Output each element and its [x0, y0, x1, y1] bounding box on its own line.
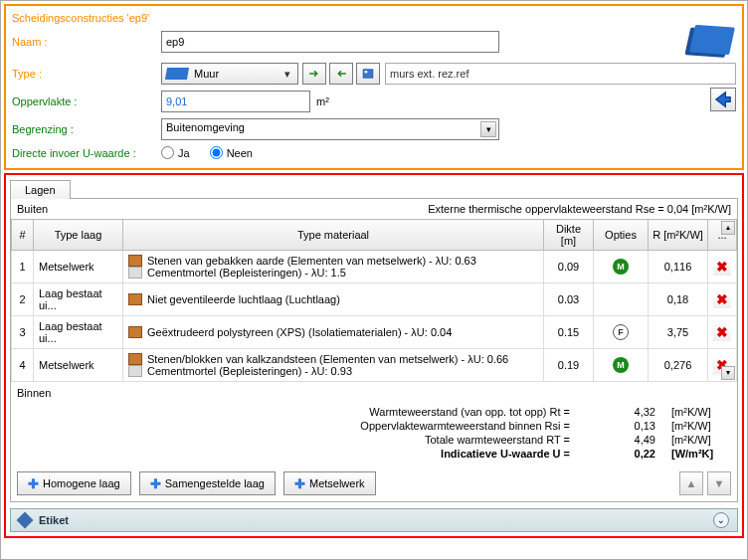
table-row[interactable]: 3 Laag bestaat ui... Geëxtrudeerd polyst…	[12, 316, 737, 349]
summary-value: 0,13	[586, 420, 655, 432]
chevron-down-icon: ▾	[280, 68, 295, 81]
material-text: Cementmortel (Bepleisteringen) - λU: 0.9…	[147, 365, 352, 377]
chevron-down-icon: ▾	[480, 121, 496, 137]
tab-lagen[interactable]: Lagen	[10, 180, 71, 199]
row-delete: ✖	[708, 283, 737, 316]
type-combo[interactable]: Muur ▾	[161, 63, 298, 85]
row-num: 1	[12, 251, 34, 283]
row-dikte: 0.19	[544, 349, 594, 382]
row-num: 4	[12, 349, 34, 382]
type-value: Muur	[194, 68, 219, 80]
close-icon: ✖	[716, 291, 728, 307]
etiket-label: Etiket	[39, 514, 69, 526]
row-opties: M	[594, 251, 649, 283]
row-material: Stenen van gebakken aarde (Elementen van…	[123, 251, 544, 283]
oppervlakte-label: Oppervlakte :	[12, 95, 161, 107]
material-icon	[128, 326, 142, 338]
move-down-button[interactable]: ▼	[707, 471, 731, 495]
row-dikte: 0.09	[544, 251, 594, 283]
row-opties: M	[594, 349, 649, 382]
close-icon: ✖	[716, 259, 728, 275]
ref-display: murs ext. rez.ref	[385, 63, 736, 85]
oppervlakte-input[interactable]	[161, 91, 310, 112]
begrenzing-value: Buitenomgeving	[166, 121, 245, 133]
delete-button[interactable]: ✖	[713, 258, 731, 276]
metselwerk-button[interactable]: ✚Metselwerk	[283, 471, 376, 495]
row-type: Metselwerk	[34, 349, 123, 382]
row-r: 3,75	[649, 316, 708, 349]
summary-label: Warmteweerstand (van opp. tot opp) Rt =	[360, 406, 570, 418]
col-type-laag[interactable]: Type laag	[34, 220, 123, 251]
svg-rect-0	[363, 70, 373, 78]
move-up-button[interactable]: ▲	[679, 471, 703, 495]
table-row[interactable]: 1 Metselwerk Stenen van gebakken aarde (…	[12, 251, 737, 283]
row-material: Geëxtrudeerd polystyreen (XPS) (Isolatie…	[123, 316, 544, 349]
summary-value: 0,22	[586, 448, 655, 460]
radio-neen[interactable]: Neen	[210, 146, 253, 159]
row-r: 0,276	[649, 349, 708, 382]
summary-label: Totale warmteweerstand RT =	[360, 434, 570, 446]
option-m-badge: M	[613, 357, 629, 373]
row-num: 2	[12, 283, 34, 316]
name-input[interactable]	[161, 31, 499, 53]
buiten-label: Buiten	[17, 203, 48, 215]
header-panel: Scheidingsconstructies 'ep9' Naam : Type…	[4, 4, 744, 170]
type-label: Type :	[12, 68, 161, 80]
library-button[interactable]	[356, 63, 380, 85]
summary-value: 4,32	[586, 406, 655, 418]
material-text: Cementmortel (Bepleisteringen) - λU: 1.5	[147, 267, 346, 279]
delete-button[interactable]: ✖	[713, 323, 731, 341]
close-icon: ✖	[716, 324, 728, 340]
col-num[interactable]: #	[12, 220, 34, 251]
row-dikte: 0.03	[544, 283, 594, 316]
plus-icon: ✚	[294, 476, 305, 491]
scroll-down-icon[interactable]: ▾	[721, 366, 735, 380]
layers-panel: Lagen Buiten Externe thermische oppervla…	[4, 173, 744, 538]
row-opties: F	[594, 316, 649, 349]
etiket-bar[interactable]: Etiket ⌄	[10, 508, 738, 532]
row-material: Niet geventileerde luchtlaag (Luchtlaag)	[123, 283, 544, 316]
row-material: Stenen/blokken van kalkzandsteen (Elemen…	[123, 349, 544, 382]
table-row[interactable]: 4 Metselwerk Stenen/blokken van kalkzand…	[12, 349, 737, 382]
col-r[interactable]: R [m²K/W]	[649, 220, 708, 251]
row-delete: ✖	[708, 251, 737, 283]
back-button[interactable]	[710, 88, 736, 111]
material-icon	[128, 365, 142, 377]
material-icon	[128, 267, 142, 279]
scroll-up-icon[interactable]: ▴	[721, 221, 735, 235]
option-m-badge: M	[613, 259, 629, 275]
row-type: Metselwerk	[34, 251, 123, 283]
begrenzing-combo[interactable]: Buitenomgeving ▾	[161, 118, 499, 140]
option-f-badge: F	[613, 324, 629, 340]
table-row[interactable]: 2 Laag bestaat ui... Niet geventileerde …	[12, 283, 737, 316]
wall-3d-icon	[689, 25, 735, 55]
material-text: Stenen/blokken van kalkzandsteen (Elemen…	[147, 353, 508, 365]
svg-rect-1	[365, 71, 368, 73]
col-opties[interactable]: Opties	[594, 220, 649, 251]
rse-label: Externe thermische oppervlakteweerstand …	[428, 203, 731, 215]
plus-icon: ✚	[150, 476, 161, 491]
col-dikte[interactable]: Dikte [m]	[544, 220, 594, 251]
expand-icon[interactable]: ⌄	[713, 512, 729, 528]
summary-unit: [m²K/W]	[671, 434, 731, 446]
import-button[interactable]	[302, 63, 326, 85]
panel-title: Scheidingsconstructies 'ep9'	[12, 12, 736, 28]
material-text: Stenen van gebakken aarde (Elementen van…	[147, 255, 476, 267]
row-r: 0,116	[649, 251, 708, 283]
samengestelde-laag-button[interactable]: ✚Samengestelde laag	[139, 471, 276, 495]
radio-ja[interactable]: Ja	[161, 146, 190, 159]
material-text: Niet geventileerde luchtlaag (Luchtlaag)	[147, 293, 340, 305]
plus-icon: ✚	[28, 476, 39, 491]
export-button[interactable]	[329, 63, 353, 85]
row-num: 3	[12, 316, 34, 349]
delete-button[interactable]: ✖	[713, 290, 731, 308]
material-icon	[128, 353, 142, 365]
homogene-laag-button[interactable]: ✚Homogene laag	[17, 471, 131, 495]
material-icon	[128, 255, 142, 267]
row-type: Laag bestaat ui...	[34, 283, 123, 316]
summary-label: Oppervlaktewarmteweerstand binnen Rsi =	[360, 420, 570, 432]
summary-label: Indicatieve U-waarde U =	[360, 448, 570, 460]
row-dikte: 0.15	[544, 316, 594, 349]
col-type-materiaal[interactable]: Type materiaal	[123, 220, 544, 251]
row-type: Laag bestaat ui...	[34, 316, 123, 349]
